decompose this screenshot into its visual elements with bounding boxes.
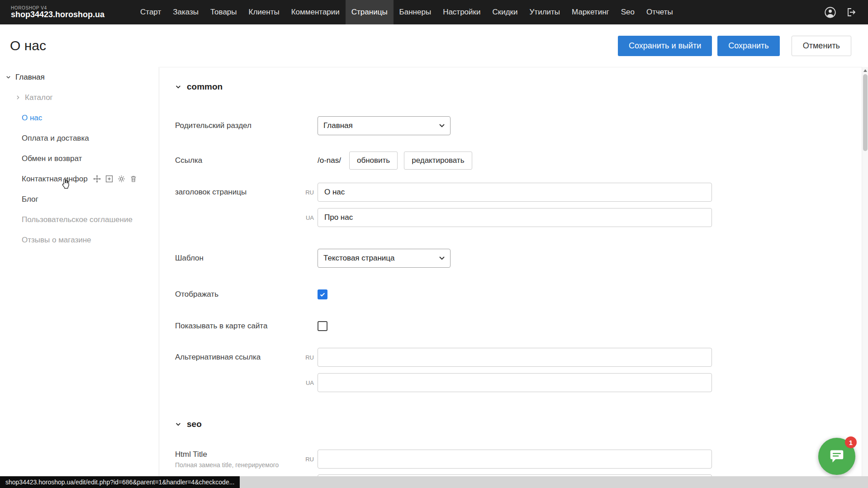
section-title: seo: [187, 419, 202, 429]
chat-widget-button[interactable]: 1: [818, 438, 855, 475]
account-icon[interactable]: [824, 6, 836, 19]
add-icon[interactable]: [105, 175, 113, 183]
refresh-link-button[interactable]: обновить: [349, 152, 398, 170]
sidebar-item-label: О нас: [22, 114, 42, 123]
nav-item-discounts[interactable]: Скидки: [486, 0, 523, 24]
parent-section-select[interactable]: Главная: [318, 116, 451, 135]
parent-section-row: Родительский раздел Главная: [175, 116, 862, 135]
nav-item-start[interactable]: Старт: [134, 0, 167, 24]
edit-link-button[interactable]: редактировать: [404, 152, 472, 170]
sidebar-item-store-reviews[interactable]: Отзывы о магазине: [0, 230, 159, 250]
sidebar-item-home[interactable]: Главная: [0, 67, 159, 87]
nav-item-products[interactable]: Товары: [204, 0, 242, 24]
link-row: Ссылка /o-nas/ обновить редактировать: [175, 152, 862, 170]
cancel-button[interactable]: Отменить: [792, 36, 851, 56]
brand-domain: shop34423.horoshop.ua: [11, 10, 104, 19]
field-label-sitemap: Показывать в карте сайта: [175, 322, 267, 331]
scrollbar-thumb[interactable]: [863, 74, 868, 151]
nav-item-orders[interactable]: Заказы: [167, 0, 204, 24]
chevron-down-icon: [5, 74, 11, 80]
sidebar-item-catalog[interactable]: Каталог: [0, 87, 159, 108]
scrollbar[interactable]: [862, 67, 868, 488]
top-navbar: HOROSHOP V4 shop34423.horoshop.ua Старт …: [0, 0, 868, 24]
field-label-alt-link: Альтернативная ссылка: [175, 353, 261, 362]
alt-link-ru-input[interactable]: [318, 348, 712, 367]
sidebar-item-blog[interactable]: Блог: [0, 189, 159, 209]
selected-value: Главная: [323, 121, 353, 130]
nav-item-clients[interactable]: Клиенты: [243, 0, 285, 24]
lang-badge-ru: RU: [305, 189, 314, 196]
nav-item-reports[interactable]: Отчеты: [640, 0, 679, 24]
chat-icon: [828, 448, 845, 465]
sitemap-checkbox[interactable]: [318, 321, 327, 331]
sidebar-item-label: Главная: [15, 73, 45, 82]
chevron-down-icon: [175, 421, 181, 427]
nav-item-banners[interactable]: Баннеры: [394, 0, 437, 24]
html-title-ru-input[interactable]: [318, 450, 712, 469]
page-title-ru-input[interactable]: [318, 183, 712, 202]
lang-badge-ru: RU: [305, 456, 314, 463]
gear-icon[interactable]: [118, 175, 125, 183]
sidebar-item-label: Отзывы о магазине: [22, 236, 91, 245]
page-title-ua-row: UA: [175, 208, 862, 227]
status-url-tooltip: shop34423.horoshop.ua/edit/edit.php?id=6…: [0, 476, 240, 488]
section-common-header[interactable]: common: [175, 81, 862, 93]
field-label-template: Шаблон: [175, 254, 204, 263]
field-label-html-title: Html Title: [175, 450, 279, 459]
lang-badge-ua: UA: [306, 379, 314, 386]
nav-item-utilities[interactable]: Утилиты: [524, 0, 566, 24]
pages-tree-sidebar: Главная Каталог О нас Оплата и доставка …: [0, 67, 159, 488]
nav-item-settings[interactable]: Настройки: [437, 0, 486, 24]
page-title-ua-input[interactable]: [318, 208, 712, 227]
html-title-ru-row: Html Title Полная замена title, генериру…: [175, 450, 862, 469]
scroll-up-arrow[interactable]: [863, 69, 867, 72]
chevron-down-icon: [439, 256, 445, 260]
sidebar-item-payment-delivery[interactable]: Оплата и доставка: [0, 128, 159, 148]
field-label-parent: Родительский раздел: [175, 121, 251, 130]
nav-item-seo[interactable]: Seo: [615, 0, 640, 24]
sidebar-item-about[interactable]: О нас: [0, 108, 159, 128]
nav-item-pages[interactable]: Страницы: [346, 0, 394, 24]
sidebar-item-label: Контактная инфор: [22, 175, 88, 184]
page-header: О нас Сохранить и выйти Сохранить Отмени…: [0, 24, 868, 67]
sitemap-row: Показывать в карте сайта: [175, 321, 862, 332]
nav-item-marketing[interactable]: Маркетинг: [566, 0, 615, 24]
alt-link-ua-row: UA: [175, 373, 862, 392]
sidebar-item-agreement[interactable]: Пользовательское соглашение: [0, 209, 159, 230]
nav-item-comments[interactable]: Комментарии: [285, 0, 346, 24]
template-select[interactable]: Текстовая страница: [318, 249, 451, 268]
sidebar-item-contacts[interactable]: Контактная инфор: [0, 169, 159, 189]
alt-link-ua-input[interactable]: [318, 373, 712, 392]
sidebar-item-label: Оплата и доставка: [22, 134, 89, 143]
save-button[interactable]: Сохранить: [717, 36, 779, 56]
lang-badge-ru: RU: [305, 354, 314, 361]
page-title: О нас: [10, 38, 46, 53]
trash-icon[interactable]: [130, 175, 137, 183]
chevron-right-icon: [15, 95, 21, 100]
header-actions: Сохранить и выйти Сохранить Отменить: [618, 36, 851, 56]
link-path: /o-nas/: [318, 156, 341, 165]
sidebar-item-label: Обмен и возврат: [22, 154, 82, 163]
sidebar-item-exchange-return[interactable]: Обмен и возврат: [0, 148, 159, 169]
chat-unread-badge: 1: [845, 436, 857, 448]
section-seo-header[interactable]: seo: [175, 418, 862, 430]
sidebar-item-label: Каталог: [25, 93, 53, 102]
chevron-down-icon: [439, 124, 445, 128]
field-label-link: Ссылка: [175, 156, 202, 165]
alt-link-ru-row: Альтернативная ссылка RU: [175, 348, 862, 367]
field-hint-html-title: Полная замена title, генерируемого: [175, 461, 279, 469]
section-title: common: [187, 82, 223, 92]
template-row: Шаблон Текстовая страница: [175, 249, 862, 268]
field-label-display: Отображать: [175, 290, 218, 299]
field-label-page-title: заголовок страницы: [175, 188, 247, 197]
logout-icon[interactable]: [845, 7, 856, 18]
brand[interactable]: HOROSHOP V4 shop34423.horoshop.ua: [11, 5, 104, 19]
page-title-ru-row: заголовок страницы RU: [175, 183, 862, 202]
main-menu: Старт Заказы Товары Клиенты Комментарии …: [134, 0, 679, 24]
display-row: Отображать: [175, 289, 862, 300]
save-exit-button[interactable]: Сохранить и выйти: [618, 36, 712, 56]
move-icon[interactable]: [93, 175, 101, 183]
row-action-icons: [93, 175, 137, 183]
display-checkbox[interactable]: [318, 289, 327, 299]
sidebar-item-label: Пользовательское соглашение: [22, 215, 133, 224]
